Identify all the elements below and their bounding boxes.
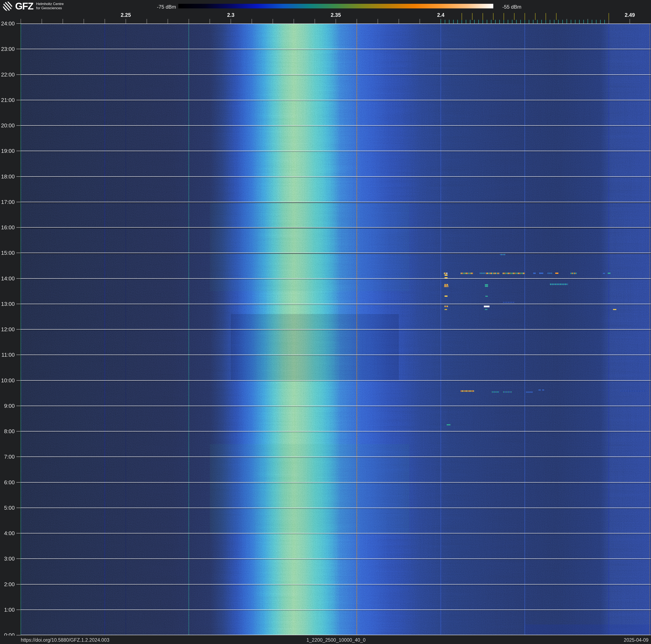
channel-tick-cyan — [558, 20, 559, 24]
time-tick — [17, 202, 21, 202]
header: GFZ Helmholtz Centre for Geosciences -75… — [0, 0, 651, 12]
channel-tick-cyan — [457, 20, 458, 24]
channel-tick-cyan — [579, 20, 580, 24]
time-tick-label: 20:00 — [0, 122, 15, 129]
logo-subtitle-line1: Helmholtz Centre — [36, 2, 64, 6]
rfi-event-dash — [484, 305, 490, 307]
time-tick-label: 9:00 — [0, 403, 15, 409]
channel-tick-cyan — [491, 20, 491, 24]
rfi-event-dash — [444, 274, 447, 276]
channel-tick-yellow — [472, 13, 472, 20]
hour-gap-row — [21, 585, 651, 585]
hour-gap-row — [21, 49, 651, 50]
logo-subtitle-line2: for Geosciences — [36, 6, 64, 10]
time-tick — [17, 100, 21, 100]
time-tick-label: 7:00 — [0, 453, 15, 460]
colorbar-min-label: -75 dBm — [147, 4, 176, 10]
channel-tick-cyan — [533, 20, 533, 24]
freq-minor-tick — [356, 19, 357, 24]
time-tick — [17, 151, 21, 151]
hour-gap-row — [21, 355, 651, 356]
time-tick-label: 13:00 — [0, 301, 15, 307]
time-tick — [17, 355, 21, 355]
rfi-event-dash — [485, 284, 488, 286]
time-tick-label: 4:00 — [0, 530, 15, 536]
time-tick-label: 10:00 — [0, 377, 15, 384]
dataset-filename: 1_2200_2500_10000_40_0 — [306, 637, 365, 643]
channel-tick-yellow — [514, 13, 515, 20]
doi-link[interactable]: https://doi.org/10.5880/GFZ.1.2.2024.003 — [21, 637, 110, 643]
freq-minor-tick — [84, 19, 84, 24]
rfi-event-dash — [485, 296, 488, 297]
freq-minor-tick — [21, 19, 21, 24]
channel-tick-cyan — [441, 20, 441, 24]
channel-tick-yellow — [483, 13, 483, 20]
rfi-event-dash — [533, 273, 536, 274]
hour-gap-row — [21, 151, 651, 152]
hour-gap-row — [21, 432, 651, 432]
hour-gap-row — [21, 100, 651, 101]
hour-gap-row — [21, 304, 651, 305]
rfi-event-dash — [447, 424, 451, 426]
rfi-event-dash — [461, 390, 474, 392]
freq-minor-tick — [126, 19, 126, 24]
channel-tick-cyan — [541, 20, 542, 24]
footer: https://doi.org/10.5880/GFZ.1.2.2024.003… — [0, 636, 651, 644]
intensity-overlay — [525, 624, 651, 635]
time-tick-label: 19:00 — [0, 148, 15, 154]
freq-minor-tick — [147, 19, 147, 24]
time-tick-label: 12:00 — [0, 326, 15, 333]
time-tick — [17, 584, 21, 585]
time-tick-label: 18:00 — [0, 173, 15, 180]
freq-minor-tick — [399, 19, 399, 24]
time-tick-label: 8:00 — [0, 428, 15, 435]
time-tick — [17, 533, 21, 533]
time-tick-label: 5:00 — [0, 505, 15, 511]
time-tick-label: 14:00 — [0, 275, 15, 282]
rfi-event-dash — [461, 273, 473, 274]
channel-tick-cyan — [462, 20, 462, 24]
time-tick — [17, 610, 21, 610]
rfi-event-dash — [500, 254, 505, 255]
hour-gap-row — [21, 457, 651, 458]
channel-tick-cyan — [550, 20, 550, 24]
channel-tick-cyan — [487, 20, 487, 24]
channel-tick-yellow — [535, 13, 535, 20]
time-tick — [17, 304, 21, 304]
time-tick-label: 21:00 — [0, 97, 15, 104]
time-tick-label: 6:00 — [0, 479, 15, 486]
rfi-event-dash — [492, 391, 499, 392]
channel-tick-cyan — [525, 20, 525, 24]
time-tick — [17, 431, 21, 432]
channel-tick-cyan — [562, 20, 563, 24]
channel-tick-cyan — [470, 20, 470, 24]
time-tick-label: 22:00 — [0, 71, 15, 78]
time-tick-label: 1:00 — [0, 607, 15, 613]
time-tick — [17, 380, 21, 381]
frequency-axis: 2.252.32.352.42.49 — [21, 12, 651, 24]
channel-tick-cyan — [445, 20, 445, 24]
time-tick-label: 3:00 — [0, 556, 15, 562]
channel-tick-yellow — [609, 13, 609, 20]
rfi-event-dash — [603, 273, 605, 274]
channel-tick-yellow — [493, 13, 494, 20]
freq-minor-tick — [420, 19, 420, 24]
freq-minor-tick — [63, 19, 63, 24]
rfi-event-dash — [444, 305, 448, 307]
rfi-event-dash — [444, 273, 447, 274]
rfi-event-dash — [503, 302, 514, 303]
spectrogram-plot — [21, 24, 651, 635]
channel-tick-cyan — [592, 20, 592, 24]
channel-tick-cyan — [512, 20, 513, 24]
hour-gap-row — [21, 279, 651, 280]
time-tick — [17, 75, 21, 75]
rfi-event-dash — [485, 286, 488, 287]
rfi-event-dash — [444, 295, 447, 297]
hour-gap-row — [21, 202, 651, 203]
time-tick — [17, 482, 21, 482]
freq-minor-tick — [336, 19, 336, 24]
time-tick — [17, 278, 21, 279]
rfi-event-dash — [503, 391, 512, 392]
channel-tick-yellow — [503, 13, 504, 20]
time-axis: 0:001:002:003:004:005:006:007:008:009:00… — [0, 24, 21, 635]
